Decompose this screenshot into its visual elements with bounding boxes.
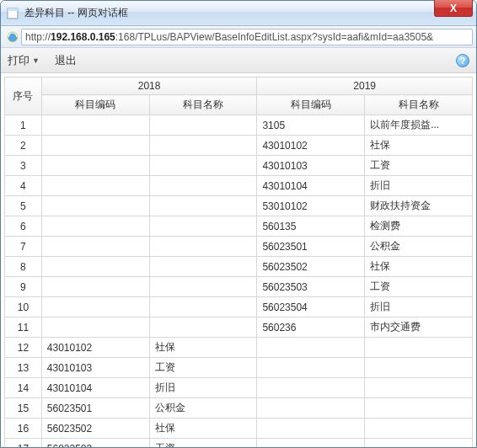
cell-seq: 14 (5, 378, 42, 398)
cell-name-2: 检测费 (365, 216, 473, 237)
table-body: 13105以前年度损益...243010102社保343010103工资4430… (5, 115, 473, 448)
table-row[interactable]: 1443010104折旧 (5, 378, 473, 398)
cell-name-2: 工资 (365, 156, 473, 176)
cell-name-2: 财政扶持资金 (365, 196, 473, 216)
table-row[interactable]: 1243010102社保 (5, 338, 473, 358)
cell-name-2 (365, 419, 473, 439)
cell-name-2: 社保 (365, 257, 473, 277)
cell-seq: 3 (5, 156, 42, 176)
close-icon: X (450, 3, 457, 14)
cell-name-1 (149, 156, 257, 176)
cell-name-1 (149, 196, 257, 216)
cell-code-2 (257, 358, 365, 378)
cell-name-1 (149, 317, 257, 338)
cell-code-2 (257, 419, 365, 439)
cell-name-1: 社保 (149, 419, 257, 439)
cell-name-2: 市内交通费 (365, 317, 473, 338)
header-year2[interactable]: 2019 (257, 77, 473, 95)
cell-seq: 6 (5, 216, 42, 237)
header-name-2[interactable]: 科目名称 (365, 95, 473, 115)
cell-code-1: 56023501 (41, 398, 149, 419)
cell-code-2: 3105 (257, 115, 365, 136)
cell-name-1: 社保 (149, 338, 257, 358)
cell-code-2: 43010104 (257, 176, 365, 196)
cell-code-2 (257, 439, 365, 448)
cell-seq: 9 (5, 277, 42, 297)
cell-code-1 (41, 156, 149, 176)
print-label: 打印 (8, 53, 29, 68)
cell-code-1 (41, 297, 149, 317)
cell-code-1: 43010103 (41, 358, 149, 378)
cell-seq: 8 (5, 257, 42, 277)
table-row[interactable]: 1056023504折旧 (5, 297, 473, 317)
close-button[interactable]: X (434, 0, 473, 17)
cell-name-1: 折旧 (149, 378, 257, 398)
table-row[interactable]: 1343010103工资 (5, 358, 473, 378)
cell-seq: 16 (5, 419, 42, 439)
dialog-window: 差异科目 -- 网页对话框 X http://192.168.0.165:168… (0, 0, 477, 448)
cell-code-2 (257, 398, 365, 419)
cell-code-2: 56023504 (257, 297, 365, 317)
cell-name-2: 工资 (365, 277, 473, 297)
cell-name-1 (149, 237, 257, 257)
table-row[interactable]: 243010102社保 (5, 136, 473, 156)
table-row[interactable]: 343010103工资 (5, 156, 473, 176)
toolbar: 打印 ▼ 退出 ? (1, 48, 476, 73)
url-rest: :168/TPLus/BAPView/BaseInfoEditList.aspx… (115, 31, 433, 43)
table-row[interactable]: 443010104折旧 (5, 176, 473, 196)
dropdown-icon: ▼ (32, 56, 40, 65)
cell-code-2: 56023502 (257, 257, 365, 277)
url-field[interactable]: http://192.168.0.165:168/TPLus/BAPView/B… (21, 29, 473, 45)
cell-code-1: 56023502 (41, 419, 149, 439)
cell-seq: 12 (5, 338, 42, 358)
cell-name-1: 工资 (149, 358, 257, 378)
cell-code-2: 53010102 (257, 196, 365, 216)
data-table: 序号 2018 2019 科目编码 科目名称 科目编码 科目名称 13105以前… (4, 77, 473, 447)
svg-rect-1 (8, 8, 18, 11)
cell-name-2: 以前年度损益... (365, 115, 473, 136)
header-code-1[interactable]: 科目编码 (41, 95, 149, 115)
header-seq[interactable]: 序号 (5, 77, 42, 115)
content-area[interactable]: 序号 2018 2019 科目编码 科目名称 科目编码 科目名称 13105以前… (1, 73, 476, 447)
cell-code-1 (41, 277, 149, 297)
cell-seq: 13 (5, 358, 42, 378)
table-row[interactable]: 1556023501公积金 (5, 398, 473, 419)
cell-name-2 (365, 398, 473, 419)
url-host: 192.168.0.165 (51, 31, 115, 43)
cell-seq: 4 (5, 176, 42, 196)
titlebar[interactable]: 差异科目 -- 网页对话框 X (1, 1, 476, 26)
cell-name-1 (149, 136, 257, 156)
cell-seq: 15 (5, 398, 42, 419)
table-row[interactable]: 756023501公积金 (5, 237, 473, 257)
print-button[interactable]: 打印 ▼ (8, 53, 40, 68)
table-row[interactable]: 6560135检测费 (5, 216, 473, 237)
help-icon: ? (460, 56, 466, 66)
header-name-1[interactable]: 科目名称 (149, 95, 257, 115)
cell-name-2: 公积金 (365, 237, 473, 257)
table-row[interactable]: 553010102财政扶持资金 (5, 196, 473, 216)
cell-code-1 (41, 317, 149, 338)
cell-code-1: 56023503 (41, 439, 149, 448)
table-row[interactable]: 1656023502社保 (5, 419, 473, 439)
help-button[interactable]: ? (456, 54, 469, 67)
table-row[interactable]: 13105以前年度损益... (5, 115, 473, 136)
cell-code-2: 43010103 (257, 156, 365, 176)
cell-name-2 (365, 439, 473, 448)
header-year1[interactable]: 2018 (41, 77, 257, 95)
cell-name-2 (365, 358, 473, 378)
address-bar: http://192.168.0.165:168/TPLus/BAPView/B… (1, 26, 476, 48)
table-row[interactable]: 1756023503工资 (5, 439, 473, 448)
cell-name-2: 社保 (365, 136, 473, 156)
window-title: 差异科目 -- 网页对话框 (24, 6, 128, 20)
cell-name-1 (149, 216, 257, 237)
cell-name-2: 折旧 (365, 176, 473, 196)
cell-code-2: 560236 (257, 317, 365, 338)
table-row[interactable]: 11560236市内交通费 (5, 317, 473, 338)
header-code-2[interactable]: 科目编码 (257, 95, 365, 115)
exit-label: 退出 (55, 53, 77, 68)
table-row[interactable]: 956023503工资 (5, 277, 473, 297)
table-row[interactable]: 856023502社保 (5, 257, 473, 277)
exit-button[interactable]: 退出 (55, 53, 77, 68)
cell-code-2: 43010102 (257, 136, 365, 156)
cell-code-1: 43010104 (41, 378, 149, 398)
